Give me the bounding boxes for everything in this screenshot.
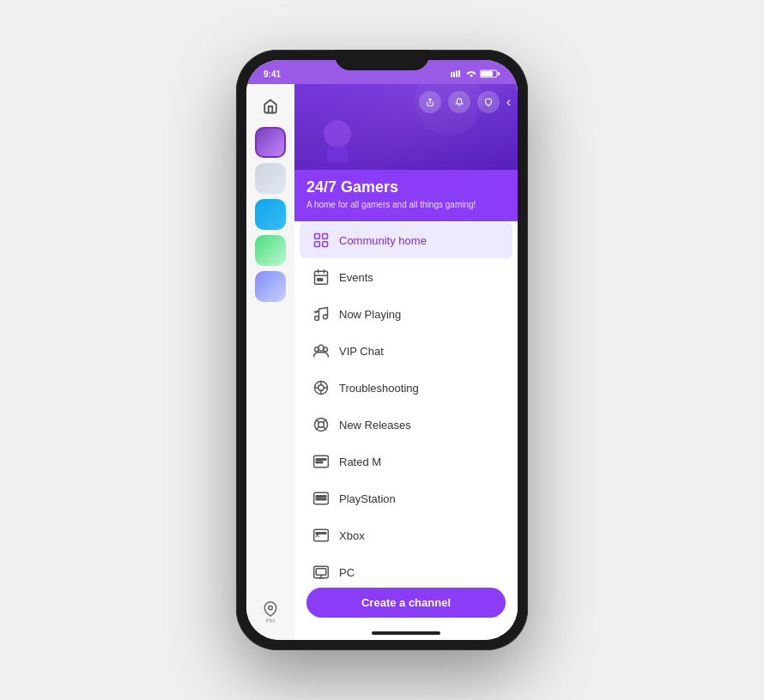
server-avatar-4[interactable] — [255, 235, 286, 266]
svg-rect-19 — [318, 279, 320, 281]
server-avatar-5[interactable] — [255, 271, 286, 302]
channel-name-troubleshooting: Troubleshooting — [339, 382, 419, 395]
main-screen: Pin — [246, 84, 518, 640]
bell-button[interactable] — [448, 91, 470, 113]
channel-name-events: Events — [339, 271, 373, 284]
svg-rect-45 — [319, 496, 322, 498]
svg-rect-6 — [481, 71, 493, 76]
community-info: 24/7 Gamers A home for all gamers and al… — [294, 170, 518, 221]
svg-rect-41 — [316, 462, 318, 463]
svg-rect-40 — [324, 459, 326, 461]
server-avatar-2[interactable] — [255, 163, 286, 194]
notch — [335, 50, 429, 70]
svg-line-25 — [318, 311, 319, 311]
community-name: 24/7 Gamers — [306, 178, 506, 196]
channel-name-vip-chat: VIP Chat — [339, 345, 384, 358]
channel-pc[interactable]: PC — [300, 554, 512, 581]
svg-rect-20 — [320, 279, 323, 281]
events-icon — [312, 268, 330, 287]
share-button[interactable] — [419, 91, 441, 113]
pc-icon — [312, 563, 330, 581]
status-time: 9:41 — [264, 69, 281, 79]
pin-button[interactable]: Pin — [257, 599, 284, 626]
playstation-icon — [312, 489, 330, 508]
svg-rect-2 — [456, 71, 458, 78]
svg-rect-11 — [315, 234, 320, 239]
svg-rect-38 — [316, 459, 318, 461]
channel-list: Community home Events — [294, 221, 518, 581]
channel-now-playing[interactable]: Now Playing — [300, 296, 512, 332]
channel-xbox[interactable]: Xbox — [300, 517, 512, 553]
svg-point-27 — [315, 347, 319, 352]
svg-rect-3 — [458, 70, 460, 77]
svg-point-30 — [318, 385, 324, 391]
server-avatar-1[interactable] — [255, 127, 286, 158]
create-channel-button[interactable]: Create a channel — [306, 588, 506, 618]
back-chevron[interactable]: ‹ — [506, 94, 511, 110]
channel-name-now-playing: Now Playing — [339, 308, 401, 321]
rated-m-icon — [312, 452, 330, 471]
channel-vip-chat[interactable]: VIP Chat — [300, 333, 512, 369]
pin-label: Pin — [266, 618, 275, 624]
svg-point-22 — [324, 315, 328, 319]
svg-rect-48 — [314, 529, 329, 540]
channel-rated-m[interactable]: Rated M — [300, 444, 512, 480]
svg-point-9 — [324, 120, 351, 148]
hero-actions: ‹ — [419, 91, 511, 113]
server-avatar-3[interactable] — [255, 199, 286, 230]
svg-rect-5 — [498, 72, 500, 75]
home-button[interactable] — [255, 91, 286, 122]
svg-rect-53 — [316, 569, 326, 576]
svg-rect-51 — [324, 533, 326, 534]
sidebar-bottom: Pin — [257, 599, 284, 633]
svg-rect-14 — [323, 242, 328, 247]
home-indicator — [372, 631, 440, 635]
phone-screen: 9:41 — [246, 60, 518, 640]
svg-point-36 — [318, 422, 324, 428]
channel-name-pc: PC — [339, 566, 355, 579]
channel-playstation[interactable]: PlayStation — [300, 480, 512, 516]
channel-name-new-releases: New Releases — [339, 419, 411, 431]
channel-troubleshooting[interactable]: Troubleshooting — [300, 370, 512, 406]
svg-rect-15 — [315, 271, 328, 284]
channel-name-playstation: PlayStation — [339, 492, 396, 505]
svg-rect-13 — [315, 242, 320, 247]
channel-name-xbox: Xbox — [339, 529, 365, 542]
svg-rect-42 — [319, 462, 322, 463]
status-icons — [451, 69, 500, 78]
vip-chat-icon — [312, 341, 330, 360]
community-description: A home for all gamers and all things gam… — [306, 199, 506, 211]
svg-rect-10 — [327, 146, 348, 163]
svg-rect-47 — [316, 498, 326, 500]
community-home-icon — [312, 231, 330, 250]
channel-name-community-home: Community home — [339, 234, 427, 247]
channel-community-home[interactable]: Community home — [300, 222, 512, 258]
svg-point-7 — [269, 606, 273, 610]
channel-name-rated-m: Rated M — [339, 456, 381, 468]
svg-rect-46 — [324, 496, 326, 498]
svg-rect-50 — [319, 533, 322, 534]
new-releases-icon — [312, 415, 330, 434]
svg-rect-39 — [319, 459, 322, 461]
svg-point-28 — [324, 347, 328, 352]
sidebar-servers: Pin — [246, 84, 294, 640]
svg-line-23 — [315, 312, 317, 313]
shield-button[interactable] — [477, 91, 500, 113]
svg-rect-12 — [323, 234, 328, 239]
svg-point-21 — [315, 317, 319, 321]
troubleshooting-icon — [312, 378, 330, 397]
now-playing-icon — [312, 305, 330, 323]
channel-events[interactable]: Events — [300, 259, 512, 295]
hero-banner: ‹ — [294, 84, 518, 170]
svg-rect-0 — [451, 72, 452, 77]
channel-new-releases[interactable]: New Releases — [300, 407, 512, 443]
svg-rect-44 — [316, 496, 318, 498]
svg-rect-1 — [453, 72, 455, 78]
channel-panel: ‹ 24/7 Gamers A home for all gamers and … — [294, 84, 518, 640]
phone-frame: 9:41 — [236, 50, 528, 650]
xbox-icon — [312, 526, 330, 545]
